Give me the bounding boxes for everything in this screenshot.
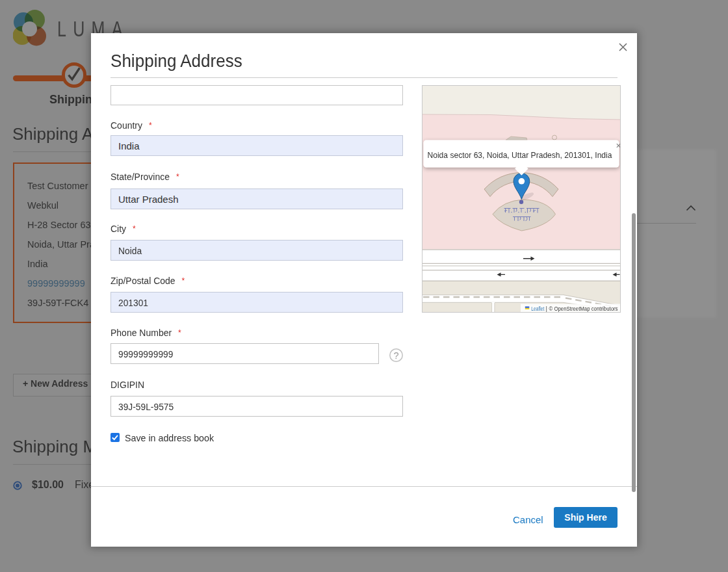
svg-text:Noida sector 63, Noida, Uttar: Noida sector 63, Noida, Uttar Pradesh, 2… — [428, 150, 612, 160]
svg-text:×: × — [616, 140, 621, 151]
svg-text:© OpenStreetMap contributors: © OpenStreetMap contributors — [549, 305, 618, 312]
svg-text:|: | — [546, 305, 547, 312]
svg-text:Leaflet: Leaflet — [531, 305, 544, 312]
svg-text:?: ? — [393, 350, 398, 361]
